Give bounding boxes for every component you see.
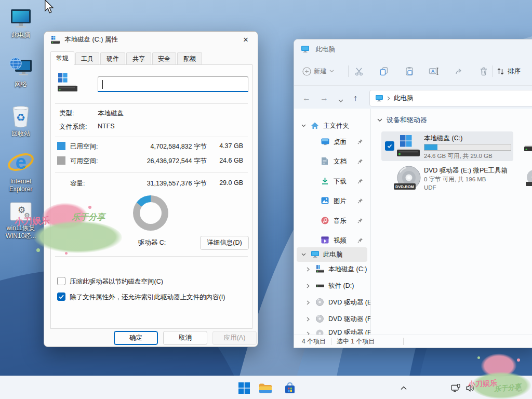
desktop-icon-network[interactable]: 网络 — [1, 56, 41, 88]
used-space-bytes: 4,702,584,832 字节 — [124, 142, 207, 151]
details-button[interactable]: 详细信息(D) — [200, 236, 249, 250]
folder-icon — [259, 382, 272, 394]
nav-back-button[interactable]: ← — [299, 91, 314, 105]
speaker-icon — [466, 384, 475, 392]
sidebar-item-drive-d[interactable]: 软件 (D:) — [294, 278, 370, 293]
nav-up-button[interactable]: ↑ — [348, 91, 363, 105]
chevron-right-icon — [307, 317, 310, 322]
drive-icon — [316, 284, 324, 288]
svg-text:⚙: ⚙ — [24, 211, 30, 219]
sidebar-item-downloads[interactable]: 下载 — [294, 174, 370, 189]
sidebar-item-documents[interactable]: 文档 — [294, 154, 370, 169]
used-space-label: 已用空间: — [70, 142, 98, 151]
chevron-down-icon — [338, 99, 343, 103]
store-taskbar-button[interactable] — [282, 380, 298, 396]
home-icon — [311, 122, 319, 130]
filesystem-label: 文件系统: — [59, 123, 87, 131]
volume-label-input[interactable] — [98, 76, 248, 92]
cancel-button[interactable]: 取消 — [163, 331, 207, 345]
sidebar-item-dvd-e[interactable]: DVD 驱动器 (E:) — [294, 295, 370, 310]
sidebar-item-pictures[interactable]: 图片 — [294, 194, 370, 208]
download-icon — [321, 177, 329, 185]
pin-icon — [357, 237, 363, 243]
tile-name: DVD 驱动器 (E:) 微PE工具箱 — [424, 166, 508, 175]
compress-checkbox[interactable] — [57, 277, 65, 285]
tile-info2: UDF — [424, 184, 436, 191]
usage-donut — [133, 195, 168, 231]
sidebar-item-desktop[interactable]: 桌面 — [294, 135, 370, 149]
dialog-titlebar[interactable]: 本地磁盘 (C:) 属性 ✕ — [44, 32, 258, 47]
desktop-icon-label2: WIN10经... — [6, 232, 36, 240]
delete-button[interactable] — [476, 63, 491, 79]
sidebar-item-drive-c[interactable]: 本地磁盘 (C:) — [294, 262, 370, 276]
explorer-titlebar[interactable]: 此电脑 — [301, 44, 335, 54]
apply-button[interactable]: 应用(A) — [212, 331, 257, 345]
desktop: 此电脑 网络 ♻ 回收站 e Internet Explorer ⚙⚙ win1… — [0, 0, 532, 399]
new-button[interactable]: 新建 — [302, 63, 334, 79]
copy-button[interactable] — [376, 63, 392, 79]
ok-button[interactable]: 确定 — [114, 331, 158, 345]
tile-local-disk-c[interactable]: 本地磁盘 (C:) 24.6 GB 可用, 共 29.0 GB — [381, 131, 513, 161]
this-pc-icon — [311, 250, 320, 258]
section-devices-drives[interactable]: 设备和驱动器 — [377, 115, 427, 125]
sidebar-item-music[interactable]: 音乐 — [294, 214, 370, 228]
tab-quota[interactable]: 配额 — [177, 52, 202, 64]
sidebar-item-home[interactable]: 主文件夹 — [294, 118, 370, 133]
type-value: 本地磁盘 — [98, 109, 124, 118]
desktop-icon-win11-restore[interactable]: ⚙⚙ win11恢复 WIN10经... — [1, 200, 41, 240]
desktop-icon-label2: Explorer — [9, 185, 33, 193]
tab-general[interactable]: 常规 — [50, 51, 74, 65]
pictures-icon — [321, 197, 329, 204]
volume-tray-icon[interactable] — [462, 380, 478, 396]
cut-button[interactable] — [351, 63, 367, 79]
store-icon — [284, 382, 296, 394]
network-icon — [451, 384, 460, 392]
share-button[interactable] — [451, 63, 467, 79]
explorer-taskbar-button[interactable] — [258, 380, 273, 396]
drive-icon-large — [57, 73, 78, 92]
index-checkbox[interactable] — [57, 292, 65, 301]
this-pc-icon — [1, 6, 41, 29]
tab-security[interactable]: 安全 — [152, 52, 176, 64]
mouse-cursor — [44, 0, 54, 14]
clipped-disc-icon[interactable] — [525, 169, 532, 187]
notification-bell[interactable]: z — [511, 380, 526, 396]
document-icon — [321, 157, 328, 165]
capacity-label: 容量: — [70, 179, 85, 188]
disc-icon — [316, 315, 324, 323]
close-icon[interactable]: ✕ — [235, 32, 257, 47]
filesystem-value: NTFS — [98, 123, 115, 130]
paste-button[interactable] — [402, 63, 417, 79]
nav-recent-button[interactable] — [334, 93, 348, 108]
sidebar-item-label: 图片 — [334, 197, 347, 206]
selected-count: 选中 1 个项目 — [337, 337, 375, 346]
tab-tools[interactable]: 工具 — [75, 52, 99, 64]
sidebar-item-label: 音乐 — [334, 217, 347, 225]
chevron-down-icon — [301, 253, 306, 256]
desktop-icon-label: win11恢复 — [7, 224, 35, 232]
rename-button[interactable]: A — [426, 63, 442, 79]
sidebar-item-videos[interactable]: 视频 — [294, 233, 370, 248]
start-button[interactable] — [236, 380, 252, 396]
tile-dvd-e[interactable]: DVD-ROM DVD 驱动器 (E:) 微PE工具箱 0 字节 可用, 共 1… — [381, 164, 513, 193]
desktop-icon-internet-explorer[interactable]: e Internet Explorer — [1, 149, 41, 193]
taskbar-chevron-up[interactable] — [396, 380, 411, 396]
tab-sharing[interactable]: 共享 — [126, 52, 151, 64]
network-tray-icon[interactable] — [448, 380, 463, 396]
clipped-drive-icon[interactable] — [524, 138, 532, 154]
tile-checkbox[interactable] — [385, 141, 394, 151]
desktop-icon-this-pc[interactable]: 此电脑 — [1, 6, 41, 39]
tab-hardware[interactable]: 硬件 — [100, 52, 125, 64]
sort-button[interactable]: 排序 — [497, 63, 521, 79]
sidebar-item-dvd-f[interactable]: DVD 驱动器 (F:) — [294, 312, 370, 326]
sidebar-item-label: DVD 驱动器 (F:) — [328, 315, 370, 324]
chevron-down-icon — [329, 70, 334, 73]
desktop-icon-label: 回收站 — [1, 130, 41, 138]
videos-icon — [321, 236, 329, 244]
sidebar-item-this-pc[interactable]: 此电脑 — [294, 247, 370, 262]
chevron-down-icon — [301, 124, 306, 127]
nav-forward-button[interactable]: → — [317, 91, 331, 105]
address-bar[interactable]: 此电脑 — [369, 90, 532, 107]
dialog-title: 本地磁盘 (C:) 属性 — [64, 35, 118, 44]
desktop-icon-recycle-bin[interactable]: ♻ 回收站 — [1, 105, 41, 138]
